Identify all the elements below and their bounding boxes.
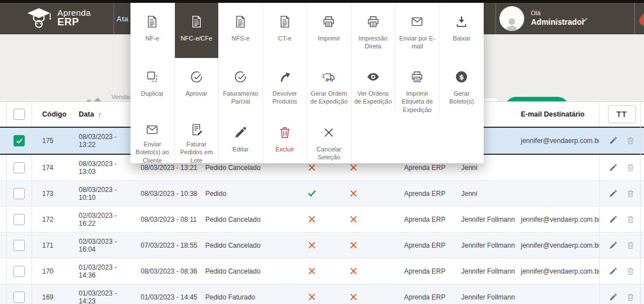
user-menu[interactable]: Olá Administrador bbox=[499, 6, 585, 31]
popup-item-devolver-produtos[interactable]: Devolver Produtos bbox=[263, 58, 308, 114]
mail-icon bbox=[410, 12, 424, 31]
edit-button[interactable] bbox=[609, 163, 618, 172]
app-logo[interactable]: Aprenda ERP bbox=[26, 7, 91, 29]
popup-item-gerar-ordem-de-expedi-o[interactable]: Gerar Ordem de Expedição bbox=[307, 58, 352, 114]
row-checkbox[interactable] bbox=[13, 266, 25, 277]
popup-item-label: Editar bbox=[230, 145, 251, 153]
popup-item-faturamento-parcial[interactable]: Faturamento Parcial bbox=[219, 58, 263, 114]
column-header-data[interactable]: Data ↑ bbox=[73, 102, 135, 127]
table-row-173: 17308/03/2023 - 10:1008/03/2023 - 10:38P… bbox=[0, 181, 644, 207]
table-edge bbox=[0, 284, 7, 304]
popup-item-duplicar[interactable]: Duplicar bbox=[130, 58, 175, 114]
popup-item-label: Aprovar bbox=[183, 90, 210, 97]
select-all-checkbox[interactable] bbox=[13, 109, 25, 120]
popup-item-cancelar-sele-o[interactable]: Cancelar Seleção bbox=[307, 114, 352, 163]
dollar-circle-icon: $ bbox=[454, 67, 469, 86]
popup-item-imprimir[interactable]: Imprimir bbox=[307, 3, 352, 58]
cell-data2: 01/03/2023 - 14:45 bbox=[135, 284, 200, 304]
status-x-icon bbox=[307, 163, 317, 172]
table-edge bbox=[0, 102, 7, 127]
popup-item-label: Faturar Pedidos em Lote bbox=[175, 140, 219, 164]
popup-item-baixar[interactable]: Baixar bbox=[440, 3, 484, 58]
row-checkbox-cell bbox=[7, 181, 32, 206]
popup-item-impress-o-direta[interactable]: Impressão Direta bbox=[352, 3, 396, 58]
cell-status: Pedido bbox=[200, 181, 298, 206]
column-header-codigo[interactable]: Código bbox=[32, 102, 73, 127]
popup-item-label: NFS-e bbox=[229, 34, 252, 42]
cell-email: jennifer@vendaerp.com.br bbox=[520, 233, 599, 258]
popup-item-excluir[interactable]: Excluir bbox=[263, 114, 308, 163]
cell-codigo: 172 bbox=[32, 207, 73, 232]
chevron-down-icon[interactable] bbox=[580, 15, 589, 24]
edit-button[interactable] bbox=[609, 215, 618, 224]
popup-item-enviar-boleto-s-ao-cliente[interactable]: Enviar Boleto(s) ao Cliente bbox=[130, 114, 175, 163]
delete-button[interactable] bbox=[626, 189, 635, 198]
table-edge bbox=[0, 155, 7, 180]
popup-item-imprimir-etiqueta-de-expedi-o[interactable]: Imprimir Etiqueta de Expedição bbox=[395, 58, 440, 114]
popup-item-nfs-e[interactable]: NFS-e bbox=[219, 3, 263, 58]
delete-button[interactable] bbox=[626, 241, 635, 250]
popup-item-nf-e[interactable]: NF-e bbox=[130, 3, 175, 58]
top-strip bbox=[0, 0, 644, 3]
row-actions bbox=[599, 207, 644, 232]
cell-empresa: Aprenda ERP bbox=[381, 258, 456, 284]
edit-button[interactable] bbox=[609, 293, 618, 302]
popup-item-aprovar[interactable]: Aprovar bbox=[175, 58, 219, 114]
cell-email bbox=[520, 155, 599, 180]
printer-icon bbox=[410, 67, 424, 86]
columns-toggle-button[interactable]: TT bbox=[608, 105, 636, 123]
truck-icon bbox=[322, 67, 336, 86]
cell-codigo: 173 bbox=[32, 181, 73, 206]
row-checkbox[interactable] bbox=[13, 135, 25, 146]
download-icon bbox=[454, 12, 469, 31]
cell-data: 01/03/2023 - 14:36 bbox=[73, 258, 135, 284]
actions-popup: NF-eNFC-e/CFeNFS-eCT-eImprimirImpressão … bbox=[130, 3, 484, 163]
delete-button[interactable] bbox=[626, 267, 635, 276]
cell-nome: Jenni bbox=[456, 181, 520, 206]
row-checkbox[interactable] bbox=[13, 214, 25, 225]
popup-item-label: Faturamento Parcial bbox=[219, 90, 263, 106]
edit-button[interactable] bbox=[609, 189, 618, 198]
edit-button[interactable] bbox=[609, 136, 618, 145]
delete-button[interactable] bbox=[626, 293, 635, 302]
edit-button[interactable] bbox=[609, 267, 618, 276]
popup-item-label: Duplicar bbox=[139, 90, 166, 97]
cell-s1 bbox=[298, 284, 325, 304]
eye-icon bbox=[366, 67, 380, 86]
status-x-icon bbox=[307, 240, 317, 250]
popup-item-label: Gerar Boleto(s) bbox=[440, 90, 484, 106]
popup-item-gerar-boleto-s[interactable]: $Gerar Boleto(s) bbox=[440, 58, 484, 114]
popup-item-label: Imprimir Etiqueta de Expedição bbox=[395, 90, 439, 114]
select-all-cell bbox=[7, 102, 32, 127]
cell-nome: Jennifer Follmann bbox=[456, 258, 520, 284]
cell-codigo: 175 bbox=[32, 128, 73, 154]
table-row-172: 17202/03/2023 - 16:2208/03/2023 - 08:11P… bbox=[0, 207, 644, 233]
row-checkbox[interactable] bbox=[13, 292, 25, 303]
nav-item-atalhos[interactable]: Ata bbox=[116, 15, 128, 23]
popup-item-ver-ordens-de-expedi-o[interactable]: Ver Ordens de Expedição bbox=[352, 58, 396, 114]
printer-icon bbox=[322, 12, 336, 31]
row-actions bbox=[599, 284, 644, 304]
status-x-icon bbox=[349, 214, 358, 224]
pencil-icon bbox=[233, 123, 247, 142]
popup-item-enviar-por-e-mail[interactable]: Enviar por E-mail bbox=[395, 3, 440, 58]
delete-button[interactable] bbox=[626, 163, 635, 172]
row-checkbox[interactable] bbox=[13, 240, 25, 251]
popup-item-ct-e[interactable]: CT-e bbox=[263, 3, 308, 58]
delete-button[interactable] bbox=[626, 136, 635, 145]
cell-empresa: Aprenda ERP bbox=[381, 181, 456, 206]
popup-item-label: Baixar bbox=[451, 34, 472, 42]
check-circle-icon bbox=[233, 67, 247, 86]
popup-item-nfc-e-cfe[interactable]: NFC-e/CFe bbox=[175, 3, 219, 58]
edit-button[interactable] bbox=[609, 241, 618, 250]
row-actions bbox=[599, 128, 644, 154]
status-x-icon bbox=[349, 292, 358, 302]
delete-button[interactable] bbox=[626, 215, 635, 224]
cell-nome: Jennifer Follmann bbox=[456, 284, 520, 304]
column-header-email[interactable]: E-mail Destinatário bbox=[520, 102, 599, 127]
row-checkbox[interactable] bbox=[13, 162, 25, 173]
popup-item-faturar-pedidos-em-lote[interactable]: Faturar Pedidos em Lote bbox=[175, 114, 219, 163]
cell-email: jennifer@vendaerp.com.br bbox=[520, 207, 599, 232]
popup-item-editar[interactable]: Editar bbox=[219, 114, 263, 163]
row-checkbox[interactable] bbox=[13, 188, 25, 199]
